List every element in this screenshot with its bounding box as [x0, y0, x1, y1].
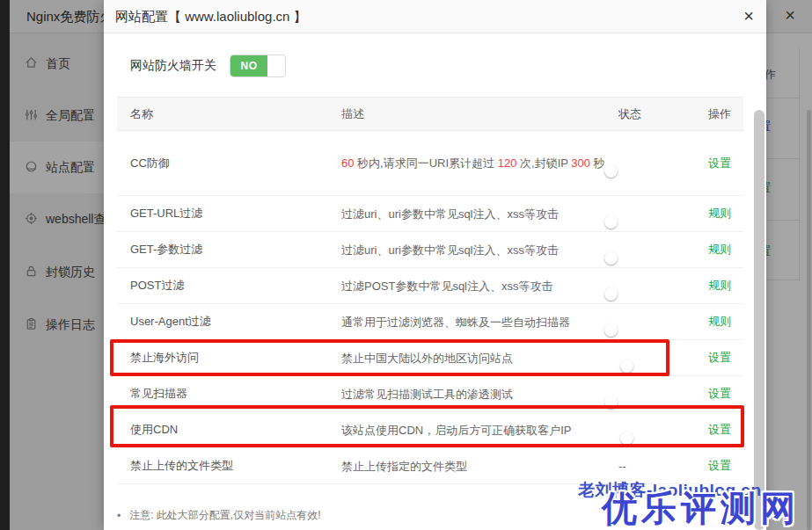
column-desc: 描述	[341, 102, 610, 126]
row-desc: 过滤常见扫描测试工具的渗透测试	[341, 382, 610, 406]
column-status: 状态	[610, 106, 676, 122]
row-name: 常见扫描器	[117, 386, 341, 402]
row-action-link[interactable]: 设置	[708, 459, 731, 472]
row-desc: 过滤POST参数中常见sql注入、xss等攻击	[341, 274, 610, 298]
column-action: 操作	[676, 106, 743, 122]
row-action-link[interactable]: 规则	[708, 279, 731, 292]
screenshot-stage: Nginx免费防火墙 × 首页 全局配置 站点配置 webshell查杀	[0, 0, 812, 530]
row-action-link[interactable]: 规则	[708, 207, 731, 220]
row-desc: 禁止中国大陆以外的地区访问站点	[341, 346, 610, 370]
table-row: 常见扫描器 过滤常见扫描测试工具的渗透测试 设置	[117, 376, 743, 412]
firewall-toggle-value: NO	[230, 55, 267, 76]
firewall-toggle[interactable]: NO	[230, 54, 286, 77]
table-row: POST过滤 过滤POST参数中常见sql注入、xss等攻击 规则	[117, 268, 743, 304]
row-action-link[interactable]: 设置	[708, 423, 731, 436]
site-config-modal: 网站配置【 www.laoliublog.cn 】 × 网站防火墙开关 NO 名…	[104, 0, 766, 530]
table-row: GET-参数过滤 过滤uri、uri参数中常见sql注入、xss等攻击 规则	[117, 232, 743, 268]
row-name: GET-参数过滤	[117, 242, 341, 258]
firewall-switch-label: 网站防火墙开关	[130, 58, 216, 74]
close-icon[interactable]: ×	[743, 6, 754, 25]
row-desc: 过滤uri、uri参数中常见sql注入、xss等攻击	[341, 202, 610, 226]
config-table-header: 名称 描述 状态 操作	[117, 98, 743, 131]
note-text: 注意: 此处大部分配置,仅对当前站点有效!	[129, 508, 320, 523]
toggle-knob	[604, 323, 618, 337]
toggle-knob	[620, 359, 633, 373]
toggle-knob	[604, 164, 618, 178]
row-action-link[interactable]: 设置	[708, 387, 731, 400]
firewall-switch-row: 网站防火墙开关 NO	[130, 54, 286, 77]
row-action-link[interactable]: 规则	[708, 315, 731, 328]
table-row: GET-URL过滤 过滤uri、uri参数中常见sql注入、xss等攻击 规则	[117, 196, 743, 232]
note-bullet: •	[117, 510, 121, 522]
config-table-body: CC防御 60 秒内,请求同一URI累计超过 120 次,封锁IP 300 秒 …	[117, 131, 743, 484]
row-action-link[interactable]: 设置	[708, 156, 731, 170]
toggle-knob	[604, 287, 618, 301]
row-name: 使用CDN	[117, 422, 341, 438]
row-desc: 过滤uri、uri参数中常见sql注入、xss等攻击	[341, 238, 610, 262]
row-action-link[interactable]: 规则	[708, 243, 731, 256]
note-row: • 注意: 此处大部分配置,仅对当前站点有效!	[117, 508, 321, 523]
config-table: 名称 描述 状态 操作 CC防御 60 秒内,请求同一URI累计超过 120 次…	[117, 97, 743, 484]
row-name: POST过滤	[117, 278, 341, 294]
row-name: 禁止上传的文件类型	[117, 458, 341, 474]
table-row: 禁止海外访问 禁止中国大陆以外的地区访问站点 设置	[117, 340, 743, 376]
toggle-knob	[620, 432, 633, 445]
row-name: GET-URL过滤	[117, 206, 341, 221]
row-status: --	[610, 458, 676, 474]
toggle-knob	[604, 251, 618, 265]
toggle-knob	[604, 396, 618, 409]
table-row: User-Agent过滤 通常用于过滤浏览器、蜘蛛及一些自动扫描器 规则	[117, 304, 743, 340]
status-empty: --	[618, 460, 626, 473]
table-row: 使用CDN 该站点使用CDN，启动后方可正确获取客户IP 设置	[117, 412, 743, 448]
toggle-knob	[604, 215, 618, 229]
modal-header: 网站配置【 www.laoliublog.cn 】 ×	[104, 0, 766, 33]
modal-title: 网站配置【 www.laoliublog.cn 】	[104, 0, 766, 33]
row-desc: 通常用于过滤浏览器、蜘蛛及一些自动扫描器	[341, 310, 610, 334]
row-action-link[interactable]: 设置	[708, 351, 731, 364]
row-desc: 该站点使用CDN，启动后方可正确获取客户IP	[341, 418, 610, 442]
row-name: CC防御	[117, 156, 341, 171]
row-name: User-Agent过滤	[117, 314, 341, 330]
table-row: 禁止上传的文件类型 禁止上传指定的文件类型 -- 设置	[117, 448, 743, 484]
row-desc: 禁止上传指定的文件类型	[341, 454, 610, 478]
modal-scrollbar-thumb[interactable]	[754, 110, 764, 530]
row-desc: 60 秒内,请求同一URI累计超过 120 次,封锁IP 300 秒	[341, 151, 610, 175]
column-name: 名称	[117, 106, 341, 122]
table-row: CC防御 60 秒内,请求同一URI累计超过 120 次,封锁IP 300 秒 …	[117, 131, 743, 196]
row-name: 禁止海外访问	[117, 350, 341, 366]
